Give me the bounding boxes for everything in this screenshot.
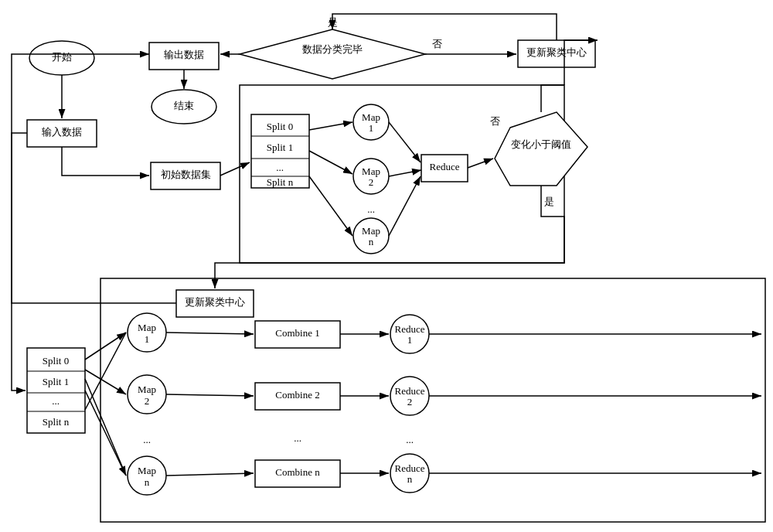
arrow-map1b-combine1 (166, 332, 254, 334)
arrow-mapn-reduce (389, 176, 421, 236)
map1-bottom-label: Map (138, 322, 156, 333)
update-center-top-label: 更新聚类中心 (526, 46, 587, 58)
mapn-top-num: n (369, 236, 374, 247)
mapn-bottom-num: n (145, 476, 150, 488)
ellipsis-reduce-bottom: ... (406, 434, 414, 445)
reduce2-bottom-label: Reduce (395, 385, 425, 397)
arrow-splitb-map2 (85, 370, 126, 394)
threshold-label1: 变化小于阈值 (511, 138, 571, 150)
flowchart-diagram: 开始 输入数据 初始数据集 输出数据 结束 数据分类完毕 更新聚类中心 是 否 … (0, 0, 773, 532)
arrow-input-splitbottom (12, 133, 27, 390)
no-label-threshold: 否 (490, 115, 500, 127)
arrow-map2-reduce (389, 170, 421, 176)
cross-line2 (85, 379, 126, 476)
split0-top: Split 0 (267, 121, 293, 132)
reducen-bottom-label: Reduce (395, 462, 425, 474)
map2-bottom-num: 2 (145, 395, 150, 407)
arrow-update-top-diamond (332, 14, 557, 40)
ellipsis-map-bottom: ... (143, 434, 151, 445)
mapn-top-label: Map (362, 225, 380, 237)
reduce1-bottom-label: Reduce (395, 323, 425, 335)
arrow-split-map1 (309, 122, 352, 130)
map2-top-num: 2 (369, 176, 374, 188)
arrow-splitb-mapn (85, 390, 126, 476)
arrow-initial-split (220, 162, 250, 176)
ellipsis-map-top: ... (367, 203, 375, 215)
mapn-bottom-label: Map (138, 465, 156, 476)
ellipsis-combine: ... (294, 432, 301, 444)
ellipsis-top: ... (276, 162, 284, 173)
map1-bottom-num: 1 (145, 333, 150, 345)
splitn-bottom: Split n (43, 416, 70, 428)
start-label: 开始 (52, 51, 72, 63)
update-center-bottom-label: 更新聚类中心 (185, 296, 245, 308)
combine2-label: Combine 2 (275, 389, 319, 401)
reduce1-bottom-num: 1 (407, 334, 413, 346)
no-label-top: 否 (432, 38, 442, 49)
split0-bottom: Split 0 (43, 355, 69, 367)
arrow-reduce-threshold (468, 159, 493, 168)
output-data-label: 输出数据 (164, 49, 204, 60)
map1-top-num: 1 (369, 122, 374, 134)
arrow-splitb-map1 (85, 332, 126, 360)
classification-complete-label1: 数据分类完毕 (302, 43, 363, 55)
combine1-label: Combine 1 (275, 327, 319, 339)
reducen-bottom-num: n (407, 473, 413, 485)
combinen-label: Combine n (275, 466, 320, 478)
arrow-map2b-combine2 (166, 394, 254, 396)
yes-label-threshold: 是 (544, 196, 554, 207)
input-data-label: 输入数据 (42, 126, 82, 138)
cross-line1 (85, 332, 126, 410)
splitn-top: Split n (267, 176, 294, 188)
reduce-top-label: Reduce (430, 161, 460, 172)
map2-top-label: Map (362, 165, 380, 177)
map1-top-label: Map (362, 111, 380, 123)
reduce2-bottom-num: 2 (407, 396, 413, 408)
ellipsis-bottom: ... (52, 395, 60, 407)
arrow-threshold-yes-update (215, 186, 564, 288)
arrow-input-initial (62, 147, 149, 176)
split1-bottom: Split 1 (43, 376, 69, 387)
map2-bottom-label: Map (138, 384, 156, 395)
arrow-split-mapn (309, 176, 352, 236)
split1-top: Split 1 (267, 142, 293, 153)
arrow-split-map2 (309, 151, 352, 174)
threshold-no-line (541, 85, 564, 112)
arrow-mapnb-combinen (166, 473, 254, 476)
arrow-map1-reduce (389, 122, 421, 162)
initial-dataset-label: 初始数据集 (161, 169, 211, 180)
end-label: 结束 (174, 100, 194, 111)
